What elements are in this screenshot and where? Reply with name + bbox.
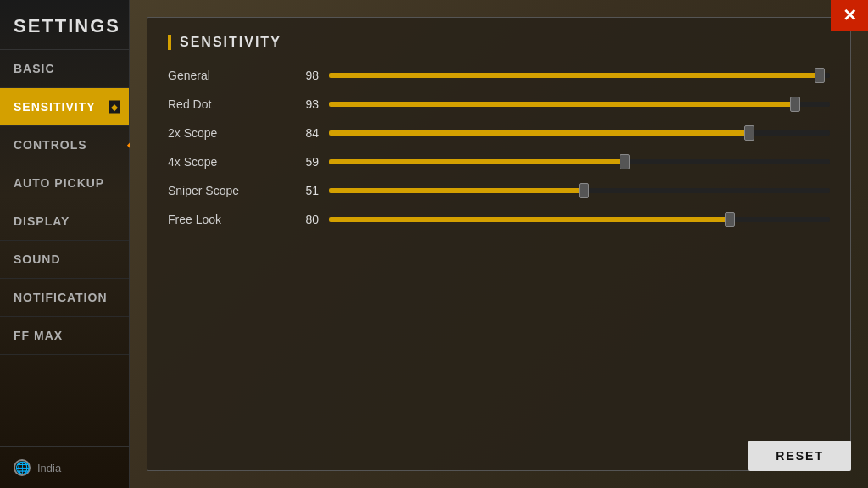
reset-button[interactable]: RESET — [748, 441, 851, 471]
sidebar-item-ff-max[interactable]: FF MAX — [0, 317, 129, 355]
slider-row-2x-scope: 2x Scope 84 — [168, 126, 830, 140]
slider-thumb[interactable] — [725, 212, 735, 227]
sidebar-footer: 🌐 India — [0, 446, 129, 488]
slider-fill — [329, 159, 625, 164]
slider-track-container[interactable] — [329, 130, 830, 136]
slider-value: 51 — [287, 184, 319, 197]
slider-track-container[interactable] — [329, 73, 830, 78]
slider-track — [329, 188, 830, 193]
slider-thumb[interactable] — [790, 97, 800, 112]
slider-row-red-dot: Red Dot 93 — [168, 97, 830, 111]
slider-row-4x-scope: 4x Scope 59 — [168, 155, 830, 169]
sidebar-item-auto-pickup[interactable]: AUTO PICKUP — [0, 164, 129, 202]
slider-fill — [329, 130, 749, 136]
slider-fill — [329, 73, 820, 78]
slider-thumb[interactable] — [620, 154, 630, 169]
slider-value: 98 — [287, 69, 319, 82]
globe-icon: 🌐 — [14, 459, 31, 476]
slider-row-free-look: Free Look 80 — [168, 213, 830, 226]
slider-track-container[interactable] — [329, 102, 830, 107]
sidebar-item-display[interactable]: DISPLAY — [0, 202, 129, 241]
slider-label: Free Look — [168, 213, 287, 226]
app-title: SETTINGS — [0, 0, 129, 50]
slider-thumb[interactable] — [815, 68, 825, 83]
slider-row-general: General 98 — [168, 69, 830, 82]
slider-value: 59 — [287, 155, 319, 169]
sidebar-item-sound[interactable]: SOUND — [0, 241, 129, 279]
slider-label: 4x Scope — [168, 155, 287, 169]
sidebar-item-controls[interactable]: CONTROLS — [0, 126, 129, 164]
region-label: India — [37, 462, 61, 474]
sidebar: SETTINGS BASIC SENSITIVITY CONTROLS AUTO… — [0, 0, 130, 488]
slider-fill — [329, 102, 795, 107]
slider-track — [329, 130, 830, 136]
slider-fill — [329, 188, 584, 193]
slider-track — [329, 73, 830, 78]
sliders-container: General 98 Red Dot 93 2x Scope — [168, 69, 830, 226]
slider-track-container[interactable] — [329, 188, 830, 193]
slider-thumb[interactable] — [744, 125, 754, 141]
slider-thumb[interactable] — [579, 183, 589, 198]
slider-track — [329, 159, 830, 164]
close-icon: ✕ — [843, 5, 857, 25]
slider-track — [329, 217, 830, 222]
slider-value: 84 — [287, 126, 319, 140]
slider-label: 2x Scope — [168, 126, 287, 140]
sidebar-item-sensitivity[interactable]: SENSITIVITY — [0, 88, 129, 126]
slider-value: 93 — [287, 97, 319, 111]
slider-value: 80 — [287, 213, 319, 226]
slider-track-container[interactable] — [329, 159, 830, 164]
section-title: SENSITIVITY — [168, 35, 830, 50]
slider-track — [329, 102, 830, 107]
close-button[interactable]: ✕ — [831, 0, 868, 30]
slider-fill — [329, 217, 730, 222]
slider-row-sniper-scope: Sniper Scope 51 — [168, 184, 830, 197]
slider-label: General — [168, 69, 287, 82]
slider-label: Red Dot — [168, 97, 287, 111]
sidebar-item-basic[interactable]: BASIC — [0, 50, 129, 88]
sidebar-item-notification[interactable]: NOTIFICATION — [0, 279, 129, 317]
main-panel: ✕ SENSITIVITY General 98 Red Dot 93 — [130, 0, 868, 488]
slider-label: Sniper Scope — [168, 184, 287, 197]
content-panel: SENSITIVITY General 98 Red Dot 93 — [147, 17, 851, 471]
slider-track-container[interactable] — [329, 217, 830, 222]
